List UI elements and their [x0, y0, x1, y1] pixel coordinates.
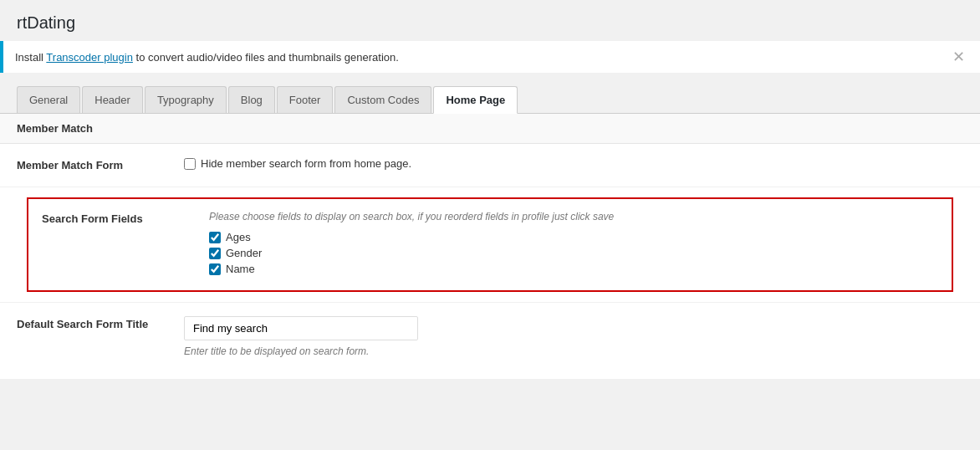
notice-link[interactable]: Transcoder plugin [46, 51, 133, 64]
search-form-fields-section: Search Form Fields Please choose fields … [27, 197, 953, 292]
tab-home-page[interactable]: Home Page [433, 86, 518, 114]
content-area: Member Match Member Match Form Hide memb… [0, 114, 980, 380]
default-search-form-title-field: Enter title to be displayed on search fo… [184, 316, 963, 366]
notice-bar: Install Transcoder plugin to convert aud… [0, 41, 980, 73]
tab-footer[interactable]: Footer [277, 86, 334, 113]
default-search-form-title-row: Default Search Form Title Enter title to… [0, 303, 980, 380]
section-header: Member Match [0, 114, 980, 144]
search-field-name-row: Name [209, 263, 938, 275]
member-match-checkbox[interactable] [184, 158, 196, 170]
tab-header[interactable]: Header [82, 86, 143, 113]
tabs-bar: General Header Typography Blog Footer Cu… [0, 73, 980, 114]
search-field-name-checkbox[interactable] [209, 263, 221, 275]
search-field-gender-row: Gender [209, 247, 938, 259]
search-field-name-label: Name [226, 263, 255, 275]
search-form-fields-label: Search Form Fields [42, 211, 209, 225]
search-field-ages-checkbox[interactable] [209, 232, 221, 243]
tab-typography[interactable]: Typography [145, 86, 227, 113]
member-match-checkbox-label: Hide member search form from home page. [201, 157, 411, 170]
member-match-form-row: Member Match Form Hide member search for… [0, 144, 980, 187]
member-match-form-field: Hide member search form from home page. [184, 157, 963, 173]
tab-general[interactable]: General [17, 86, 80, 113]
default-search-form-title-input[interactable] [184, 316, 418, 340]
default-search-form-title-label: Default Search Form Title [17, 316, 184, 330]
search-field-ages-row: Ages [209, 231, 938, 243]
member-match-form-label: Member Match Form [17, 157, 184, 171]
search-fields-hint: Please choose fields to display on searc… [209, 211, 938, 222]
default-search-form-title-hint: Enter title to be displayed on search fo… [184, 345, 963, 357]
search-field-gender-label: Gender [226, 247, 262, 259]
member-match-checkbox-row: Hide member search form from home page. [184, 157, 963, 170]
tab-custom-codes[interactable]: Custom Codes [334, 86, 431, 113]
search-fields-inner: Search Form Fields Please choose fields … [42, 211, 938, 279]
search-field-ages-label: Ages [226, 231, 251, 243]
search-form-fields-outer: Search Form Fields Please choose fields … [0, 187, 980, 303]
search-form-fields-content: Please choose fields to display on searc… [209, 211, 938, 279]
tab-blog[interactable]: Blog [228, 86, 275, 113]
app-title: rtDating [0, 0, 980, 41]
page-wrapper: rtDating Install Transcoder plugin to co… [0, 0, 980, 450]
notice-close-button[interactable]: ✕ [949, 49, 968, 64]
notice-text: Install Transcoder plugin to convert aud… [15, 51, 399, 64]
search-field-gender-checkbox[interactable] [209, 248, 221, 259]
